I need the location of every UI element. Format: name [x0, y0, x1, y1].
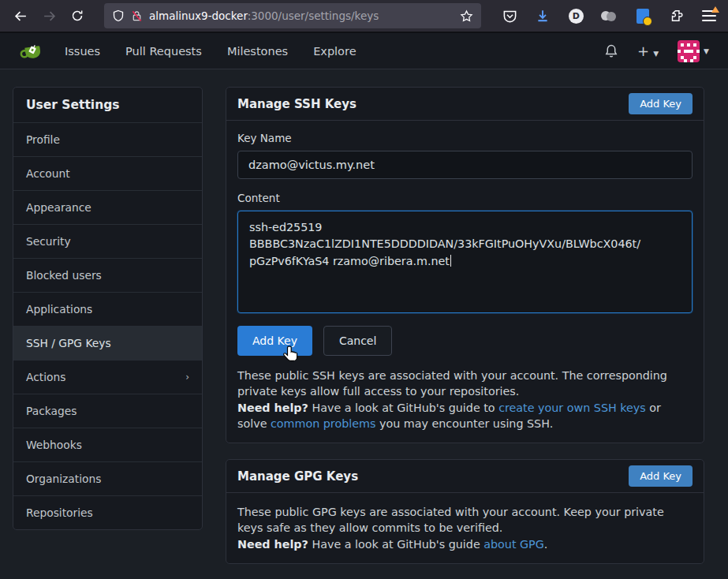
content-field: Content ssh-ed25519 BBBBC3NzaC1lZDI1NTE5… [237, 192, 693, 313]
text-caret [450, 255, 451, 267]
sidebar-item-actions[interactable]: Actions› [13, 360, 202, 394]
sidebar-item-applications[interactable]: Applications [13, 292, 202, 326]
sidebar-item-profile[interactable]: Profile [13, 122, 202, 156]
gitea-logo-icon[interactable] [19, 39, 44, 64]
insecure-lock-icon[interactable] [131, 9, 143, 22]
extension-area: D [498, 5, 720, 27]
key-name-input[interactable] [237, 151, 693, 179]
forward-button[interactable] [36, 4, 62, 28]
cancel-button[interactable]: Cancel [323, 326, 392, 356]
nav-pull-requests[interactable]: Pull Requests [125, 45, 202, 58]
gpg-panel-title: Manage GPG Keys [237, 469, 358, 484]
sidebar-item-account[interactable]: Account [13, 156, 202, 190]
sidebar-item-security[interactable]: Security [13, 224, 202, 258]
browser-toolbar: almalinux9-docker:3000/user/settings/key… [0, 0, 728, 33]
ssh-panel-title: Manage SSH Keys [237, 97, 357, 111]
sidebar-item-ssh-gpg-keys[interactable]: SSH / GPG Keys [13, 326, 202, 360]
bookmark-star-icon[interactable] [460, 9, 473, 23]
nav-milestones[interactable]: Milestones [227, 45, 288, 58]
url-bar[interactable]: almalinux9-docker:3000/user/settings/key… [104, 3, 481, 28]
gpg-header-add-key-button[interactable]: Add Key [629, 465, 693, 487]
reload-button[interactable] [65, 4, 90, 28]
key-content-line1: ssh-ed25519 BBBBC3NzaC1lZDI1NTE5DDDDIDAN… [249, 219, 681, 253]
settings-main: Manage SSH Keys Add Key Key Name Content… [226, 87, 704, 579]
ssh-help-text: These public SSH keys are associated wit… [237, 368, 693, 431]
extension-d-icon[interactable]: D [565, 5, 587, 27]
back-button[interactable] [8, 4, 33, 28]
avatar [678, 40, 700, 62]
gpg-panel-body: These public GPG keys are associated wit… [226, 493, 704, 563]
ssh-keys-panel: Manage SSH Keys Add Key Key Name Content… [226, 87, 704, 443]
gpg-help-text: These public GPG keys are associated wit… [237, 504, 693, 552]
key-name-field: Key Name [237, 132, 693, 179]
pocket-icon[interactable] [498, 5, 521, 27]
ssh-header-add-key-button[interactable]: Add Key [629, 93, 693, 114]
create-caret-icon: ▼ [653, 50, 659, 58]
navbar-right: +▼ ▼ [604, 40, 709, 62]
sidebar-item-organizations[interactable]: Organizations [13, 461, 202, 495]
key-content-line2: pGzPv6fKYaS4 rzamo@ribera.m.net [249, 255, 450, 267]
user-menu-caret-icon: ▼ [704, 47, 709, 55]
notifications-bell-icon[interactable] [604, 43, 618, 58]
user-menu[interactable]: ▼ [678, 40, 709, 62]
settings-sidebar: User Settings Profile Account Appearance… [13, 87, 203, 530]
back-arrow-icon [14, 9, 28, 23]
tracking-shield-icon[interactable] [112, 9, 125, 22]
key-name-label: Key Name [237, 132, 693, 144]
create-new-button[interactable]: +▼ [637, 43, 659, 59]
gpg-keys-panel: Manage GPG Keys Add Key These public GPG… [226, 459, 704, 564]
gpg-panel-header: Manage GPG Keys Add Key [226, 460, 704, 493]
url-text: almalinux9-docker:3000/user/settings/key… [149, 9, 454, 22]
ssh-help-need-help: Need help? [237, 402, 308, 414]
form-buttons: Add Key Cancel [237, 326, 693, 356]
extensions-puzzle-icon[interactable] [665, 5, 687, 27]
key-content-textarea[interactable]: ssh-ed25519 BBBBC3NzaC1lZDI1NTE5DDDDIDAN… [237, 211, 693, 313]
add-key-submit-button[interactable]: Add Key [237, 326, 312, 356]
nav-links: Issues Pull Requests Milestones Explore [65, 45, 357, 58]
create-ssh-keys-link[interactable]: create your own SSH keys [498, 402, 646, 414]
sidebar-title: User Settings [13, 88, 202, 122]
sidebar-item-blocked-users[interactable]: Blocked users [13, 258, 202, 292]
sidebar-item-webhooks[interactable]: Webhooks [13, 428, 202, 461]
content-label: Content [237, 192, 693, 204]
extension-circles-icon[interactable] [598, 5, 620, 27]
gpg-help-need-help: Need help? [237, 538, 308, 551]
sidebar-item-packages[interactable]: Packages [13, 394, 202, 428]
common-problems-link[interactable]: common problems [271, 417, 375, 430]
nav-issues[interactable]: Issues [65, 45, 100, 58]
reload-icon [71, 9, 84, 22]
page-content: User Settings Profile Account Appearance… [0, 69, 728, 579]
forward-arrow-icon [43, 9, 56, 23]
nav-explore[interactable]: Explore [313, 45, 356, 58]
extension-document-icon[interactable] [632, 5, 654, 27]
sidebar-item-repositories[interactable]: Repositories [13, 495, 202, 529]
about-gpg-link[interactable]: about GPG [483, 538, 544, 551]
url-path: :3000/user/settings/keys [248, 9, 379, 22]
downloads-icon[interactable] [532, 5, 554, 27]
url-host: almalinux9-docker [149, 9, 248, 22]
menu-icon[interactable] [698, 5, 720, 27]
sidebar-item-appearance[interactable]: Appearance [13, 190, 202, 224]
chevron-right-icon: › [185, 372, 189, 383]
gitea-navbar: Issues Pull Requests Milestones Explore … [0, 33, 728, 69]
ssh-panel-body: Key Name Content ssh-ed25519 BBBBC3NzaC1… [226, 121, 704, 443]
ssh-panel-header: Manage SSH Keys Add Key [226, 88, 704, 121]
